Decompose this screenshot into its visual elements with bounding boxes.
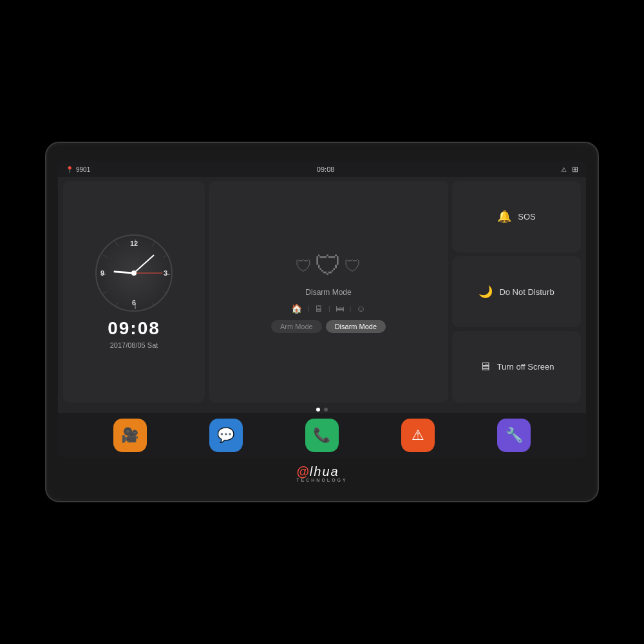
message-app-button[interactable]: 💬 <box>209 419 243 452</box>
svg-line-7 <box>153 303 155 307</box>
sos-label: SOS <box>518 212 535 222</box>
mode-buttons: Arm Mode Disarm Mode <box>271 320 386 333</box>
location-icon: 📍 <box>66 166 73 173</box>
alert-icon: ⚠ <box>561 166 567 173</box>
status-bar-time: 09:08 <box>317 166 335 173</box>
shield-main-icon: 🛡 <box>315 251 342 281</box>
status-bar-left: 📍 9901 <box>66 166 90 173</box>
screen-off-panel[interactable]: 🖥 Turn off Screen <box>452 331 581 402</box>
digital-date: 2017/08/05 Sat <box>110 341 158 349</box>
device-frame: 📍 9901 09:08 ⚠ ⊞ <box>45 142 599 502</box>
screen-label: Turn off Screen <box>497 362 554 372</box>
shield-container: 🛡 🛡 🛡 <box>296 251 361 281</box>
svg-line-10 <box>102 254 107 257</box>
shield-right-icon: 🛡 <box>345 256 361 276</box>
analog-clock: 12 3 6 9 <box>95 234 173 312</box>
svg-line-6 <box>164 292 168 294</box>
page-dot-2 <box>324 408 328 412</box>
page-dot-1 <box>316 408 320 412</box>
network-icon: ⊞ <box>572 165 578 174</box>
clock-num-6: 6 <box>132 299 136 307</box>
clock-num-12: 12 <box>130 240 138 247</box>
svg-line-4 <box>153 242 155 246</box>
away-mode-icon: ☺ <box>356 303 365 314</box>
security-panel: 🛡 🛡 🛡 Disarm Mode 🏠 | 🖥 | 🛏 | ☺ <box>209 181 448 402</box>
call-app-button[interactable]: 📞 <box>305 419 339 452</box>
video-app-button[interactable]: 🎥 <box>113 419 147 452</box>
second-hand <box>134 273 162 274</box>
main-content: 12 3 6 9 09:08 2017/08/05 Sat <box>58 177 586 406</box>
svg-line-8 <box>115 303 118 307</box>
bottom-app-bar: 🎥 💬 📞 ⚠ 🔧 <box>58 413 586 458</box>
sos-panel[interactable]: 🔔 SOS <box>452 181 581 252</box>
svg-line-5 <box>164 254 168 257</box>
dahua-logo: @lhua TECHNOLOGY <box>296 464 347 482</box>
clock-center-dot <box>131 270 137 276</box>
clock-panel: 12 3 6 9 09:08 2017/08/05 Sat <box>63 181 205 402</box>
alarm-app-button[interactable]: ⚠ <box>401 419 435 452</box>
screen-icon: 🖥 <box>479 360 491 374</box>
home-mode-icon: 🏠 <box>291 303 302 314</box>
settings-app-button[interactable]: 🔧 <box>497 419 531 452</box>
status-bar: 📍 9901 09:08 ⚠ ⊞ <box>58 162 586 177</box>
monitor-mode-icon: 🖥 <box>314 303 323 314</box>
clock-face: 12 3 6 9 <box>95 234 173 312</box>
bed-mode-icon: 🛏 <box>336 303 345 314</box>
clock-num-3: 3 <box>164 269 167 277</box>
status-bar-right: ⚠ ⊞ <box>561 165 578 174</box>
arm-mode-button[interactable]: Arm Mode <box>271 320 322 333</box>
page-dots <box>58 406 586 413</box>
svg-line-9 <box>102 292 107 294</box>
dnd-icon: 🌙 <box>478 285 493 299</box>
disarm-mode-button[interactable]: Disarm Mode <box>326 320 386 333</box>
security-mode-label: Disarm Mode <box>305 288 351 297</box>
location-id: 9901 <box>76 166 90 173</box>
dnd-panel[interactable]: 🌙 Do Not Disturb <box>452 256 581 328</box>
clock-num-9: 9 <box>100 269 104 277</box>
digital-time: 09:08 <box>108 318 160 339</box>
logo-area: @lhua TECHNOLOGY <box>296 462 347 485</box>
mode-icons: 🏠 | 🖥 | 🛏 | ☺ <box>291 303 365 314</box>
right-panels: 🔔 SOS 🌙 Do Not Disturb 🖥 Turn off Screen <box>452 181 581 402</box>
shield-left-icon: 🛡 <box>296 256 312 276</box>
sos-icon: 🔔 <box>497 209 511 223</box>
svg-line-11 <box>115 242 118 246</box>
dnd-label: Do Not Disturb <box>499 287 554 297</box>
device-screen: 📍 9901 09:08 ⚠ ⊞ <box>58 162 586 458</box>
